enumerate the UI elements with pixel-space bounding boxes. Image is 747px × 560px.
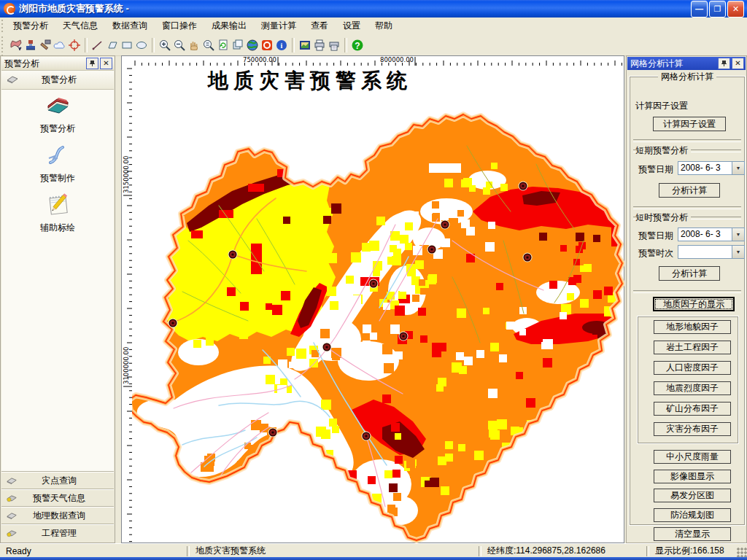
town-marker-5[interactable]	[441, 220, 450, 230]
display-button-3[interactable]: 防治规划图	[654, 508, 731, 522]
line-tool-icon[interactable]	[90, 38, 105, 52]
town-marker-8[interactable]	[322, 343, 332, 352]
town-marker-9[interactable]	[362, 432, 371, 441]
pan-icon[interactable]	[187, 38, 201, 52]
pin-icon[interactable]	[86, 58, 98, 69]
notepad-pencil-icon	[44, 192, 71, 219]
zoom-in-icon[interactable]	[158, 38, 172, 52]
sidebar-item-2[interactable]: 辅助标绘	[1, 192, 114, 234]
refresh-icon[interactable]	[216, 38, 231, 52]
nowcast-date-label: 预警日期	[638, 230, 676, 242]
chevron-down-icon[interactable]: ▼	[732, 162, 744, 174]
sidebar-item-0[interactable]: 预警分析	[1, 93, 114, 135]
chevron-down-icon[interactable]: ▼	[732, 246, 744, 258]
menu-item-0[interactable]: 预警分析	[6, 18, 55, 34]
close-icon[interactable]: ✕	[100, 58, 112, 69]
resize-grip[interactable]	[737, 548, 747, 558]
town-marker-4[interactable]	[427, 245, 437, 254]
map-canvas[interactable]: 地质灾害预警系统	[132, 66, 624, 542]
globe-icon[interactable]	[245, 38, 260, 52]
short-term-analyze-button[interactable]: 分析计算	[659, 183, 720, 198]
map-viewport[interactable]: 750000.00800000.00 3150000.003100000.00	[121, 55, 624, 543]
menu-item-2[interactable]: 数据查询	[105, 18, 155, 34]
legend-icon[interactable]	[298, 38, 312, 52]
toolbar: i?	[0, 34, 747, 56]
menu-grip[interactable]	[0, 18, 6, 34]
locate-icon[interactable]	[67, 38, 82, 52]
toolbar-separator	[292, 38, 295, 52]
sidebar-item-1[interactable]: 预警制作	[1, 142, 114, 184]
stamp-icon[interactable]	[23, 38, 38, 52]
sidebar-section-1[interactable]: 预警天气信息	[1, 489, 114, 507]
display-button-1[interactable]: 影像图显示	[654, 470, 731, 483]
window-title: 浏阳市地质灾害预警系统 -	[19, 2, 129, 15]
factor-settings-button[interactable]: 计算因子设置	[653, 117, 726, 131]
factor-button-0[interactable]: 地形地貌因子	[654, 320, 731, 334]
zoom-out-icon[interactable]	[172, 38, 187, 52]
layers-icon[interactable]	[231, 38, 245, 52]
factor-button-5[interactable]: 灾害分布因子	[654, 422, 731, 436]
nowcast-time-combobox[interactable]: ▼	[678, 245, 745, 259]
sidebar-section-3[interactable]: 工程管理	[1, 524, 114, 542]
menu-item-6[interactable]: 查看	[303, 18, 336, 34]
hand-icon	[6, 74, 19, 86]
nowcast-analyze-button[interactable]: 分析计算	[659, 266, 720, 281]
menu-item-5[interactable]: 测量计算	[254, 18, 303, 34]
menu-item-7[interactable]: 设置	[336, 18, 368, 34]
stop-icon[interactable]	[260, 38, 274, 52]
geology-factor-display-button[interactable]: 地质因子的显示	[653, 297, 735, 311]
factor-button-3[interactable]: 地震烈度因子	[654, 381, 731, 395]
select-region-icon[interactable]	[9, 38, 23, 52]
horizontal-ruler: 750000.00800000.00	[132, 56, 624, 66]
town-marker-2[interactable]	[519, 182, 528, 191]
toolbar-separator	[152, 38, 155, 52]
sidebar-section-0[interactable]: 灾点查询	[1, 472, 114, 489]
polygon-tool-icon[interactable]	[105, 38, 120, 52]
display-button-0[interactable]: 中小尺度雨量	[654, 450, 731, 464]
svg-text:800000.00: 800000.00	[380, 56, 414, 63]
chevron-down-icon[interactable]: ▼	[732, 228, 744, 241]
close-button[interactable]: ✕	[727, 1, 744, 18]
info-icon[interactable]: i	[274, 38, 289, 52]
sidebar-section-2[interactable]: 地理数据查询	[1, 507, 114, 524]
zoom-extent-icon[interactable]	[201, 38, 216, 52]
menu-item-4[interactable]: 成果输出	[204, 18, 254, 34]
town-marker-6[interactable]	[369, 279, 379, 289]
short-term-date-combobox[interactable]: 2008- 6- 3 ▼	[678, 161, 745, 175]
town-marker-0[interactable]	[228, 250, 238, 260]
help-icon[interactable]: ?	[350, 38, 365, 52]
print-icon[interactable]	[312, 38, 327, 52]
close-icon[interactable]: ✕	[732, 58, 744, 69]
town-marker-10[interactable]	[268, 428, 278, 438]
toolbar-grip[interactable]	[0, 34, 6, 55]
factor-button-2[interactable]: 人口密度因子	[654, 361, 731, 375]
town-marker-7[interactable]	[399, 332, 409, 341]
nowcast-date-value: 2008- 6- 3	[678, 228, 732, 241]
rectangle-tool-icon[interactable]	[120, 38, 134, 52]
pin-icon[interactable]	[718, 58, 730, 69]
factor-button-4[interactable]: 矿山分布因子	[654, 402, 731, 416]
nowcast-date-combobox[interactable]: 2008- 6- 3 ▼	[678, 228, 745, 241]
menu-item-1[interactable]: 天气信息	[55, 18, 105, 34]
cloud-icon[interactable]	[53, 38, 67, 52]
town-marker-1[interactable]	[169, 319, 178, 328]
minimize-button[interactable]: —	[691, 1, 708, 18]
ellipse-tool-icon[interactable]	[134, 38, 149, 52]
restore-button[interactable]: ❐	[709, 1, 726, 18]
display-button-4[interactable]: 清空显示	[654, 527, 731, 541]
right-panel-title: 网格分析计算	[630, 58, 683, 70]
status-system-name: 地质灾害预警系统	[190, 545, 479, 557]
hammer-icon[interactable]	[38, 38, 53, 52]
left-panel-header-label: 预警分析	[25, 74, 93, 86]
separator	[633, 139, 741, 142]
toolbar-separator	[85, 38, 88, 52]
separator	[633, 206, 741, 209]
left-panel-titlebar: 预警分析 ✕	[1, 57, 114, 71]
hazard-map[interactable]: 地质灾害预警系统	[132, 66, 624, 543]
town-marker-3[interactable]	[523, 253, 533, 262]
display-button-2[interactable]: 易发分区图	[654, 489, 731, 502]
print-preview-icon[interactable]	[327, 38, 341, 52]
menu-item-8[interactable]: 帮助	[368, 18, 400, 34]
menu-item-3[interactable]: 窗口操作	[155, 18, 204, 34]
factor-button-1[interactable]: 岩土工程因子	[654, 341, 731, 354]
